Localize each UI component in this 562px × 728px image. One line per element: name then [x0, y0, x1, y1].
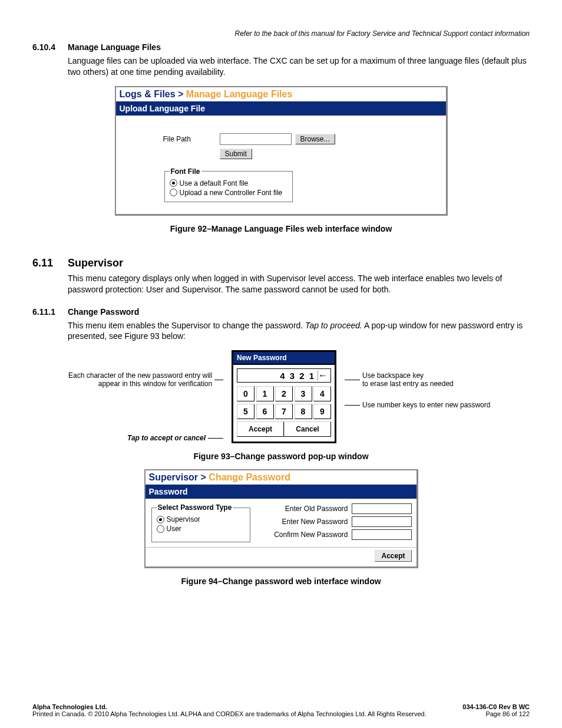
callout-verification: Each character of the new password entry… — [64, 371, 212, 388]
section-title: Supervisor — [68, 257, 123, 269]
section-number: 6.11.1 — [32, 307, 68, 317]
key-1[interactable]: 1 — [256, 386, 274, 401]
password-type-legend: Select Password Type — [157, 503, 233, 512]
new-password-label: Enter New Password — [282, 518, 348, 526]
radio-supervisor[interactable] — [157, 516, 164, 523]
section-body: This menu item enables the Supervisor to… — [68, 320, 530, 342]
breadcrumb-leaf: Change Password — [209, 472, 290, 482]
callout-backspace: Use backspace keyto erase last entry as … — [362, 371, 454, 388]
popup-title: New Password — [233, 352, 335, 365]
key-3[interactable]: 3 — [295, 386, 312, 401]
footer-page-num: Page 86 of 122 — [462, 710, 530, 717]
section-title: Manage Language Files — [68, 42, 161, 52]
password-display: 4 3 2 1 ← — [237, 368, 331, 383]
breadcrumb-leaf: Manage Language Files — [186, 89, 292, 99]
accept-button[interactable]: Accept — [237, 421, 284, 437]
radio-default-font[interactable] — [170, 179, 177, 187]
password-popup: New Password 4 3 2 1 ← 0 1 2 3 4 5 6 7 8… — [232, 350, 336, 443]
confirm-password-input[interactable] — [352, 529, 412, 540]
fontfile-fieldset: Font File Use a default Font file Upload… — [164, 167, 293, 202]
radio-user-label: User — [167, 525, 181, 533]
footer-doc-id: 034-136-C0 Rev B WC — [462, 703, 530, 710]
footer-company: Alpha Technologies Ltd. — [32, 703, 427, 710]
footer-legal: Printed in Canada. © 2010 Alpha Technolo… — [32, 710, 427, 717]
radio-user[interactable] — [157, 525, 164, 533]
breadcrumb: Supervisor > Change Password — [146, 470, 416, 485]
old-password-label: Enter Old Password — [285, 505, 348, 513]
confirm-password-label: Confirm New Password — [274, 531, 348, 539]
header-ref-note: Refer to the back of this manual for Fac… — [32, 29, 530, 38]
breadcrumb: Logs & Files > Manage Language Files — [116, 87, 446, 101]
key-6[interactable]: 6 — [256, 404, 274, 419]
figure-92-screenshot: Logs & Files > Manage Language Files Upl… — [115, 86, 448, 216]
fontfile-legend: Font File — [170, 167, 201, 176]
filepath-input[interactable] — [220, 133, 292, 145]
filepath-label: File Path — [163, 135, 216, 143]
callout-accept-cancel: Tap to accept or cancel — [127, 434, 206, 442]
section-title: Change Password — [68, 307, 139, 317]
breadcrumb-root: Logs & Files > — [120, 89, 186, 99]
figure-92-caption: Figure 92–Manage Language Files web inte… — [32, 224, 530, 233]
key-8[interactable]: 8 — [295, 404, 312, 419]
radio-upload-font-label: Upload a new Controller Font file — [180, 189, 283, 197]
key-4[interactable]: 4 — [313, 386, 331, 401]
password-type-fieldset: Select Password Type Supervisor User — [151, 503, 250, 542]
radio-supervisor-label: Supervisor — [167, 515, 200, 523]
key-9[interactable]: 9 — [313, 404, 331, 419]
figure-93-caption: Figure 93–Change password pop-up window — [32, 452, 530, 461]
radio-default-font-label: Use a default Font file — [180, 179, 249, 187]
section-body: This menu category displays only when lo… — [68, 273, 530, 295]
key-0[interactable]: 0 — [237, 386, 254, 401]
figure-94-screenshot: Supervisor > Change Password Password Se… — [144, 469, 418, 568]
cancel-button[interactable]: Cancel — [284, 421, 331, 437]
figure-94-caption: Figure 94–Change password web interface … — [32, 577, 530, 586]
key-2[interactable]: 2 — [275, 386, 293, 401]
browse-button[interactable]: Browse... — [295, 134, 335, 144]
section-number: 6.10.4 — [32, 42, 68, 52]
page-footer: Alpha Technologies Ltd. Printed in Canad… — [32, 703, 530, 717]
section-body: Language files can be uploaded via web i… — [68, 55, 530, 78]
new-password-input[interactable] — [352, 516, 412, 527]
breadcrumb-root: Supervisor > — [149, 472, 209, 482]
figure-93: Each character of the new password entry… — [32, 350, 530, 443]
radio-upload-font[interactable] — [170, 189, 177, 196]
submit-button[interactable]: Submit — [220, 149, 252, 159]
panel-header: Upload Language File — [116, 101, 446, 116]
backspace-key[interactable]: ← — [318, 370, 329, 381]
callout-number-keys: Use number keys to enter new password — [362, 401, 490, 409]
section-number: 6.11 — [32, 257, 68, 269]
accept-button[interactable]: Accept — [375, 550, 411, 562]
panel-header: Password — [146, 485, 416, 499]
key-7[interactable]: 7 — [275, 404, 293, 419]
key-5[interactable]: 5 — [237, 404, 254, 419]
old-password-input[interactable] — [352, 503, 412, 514]
